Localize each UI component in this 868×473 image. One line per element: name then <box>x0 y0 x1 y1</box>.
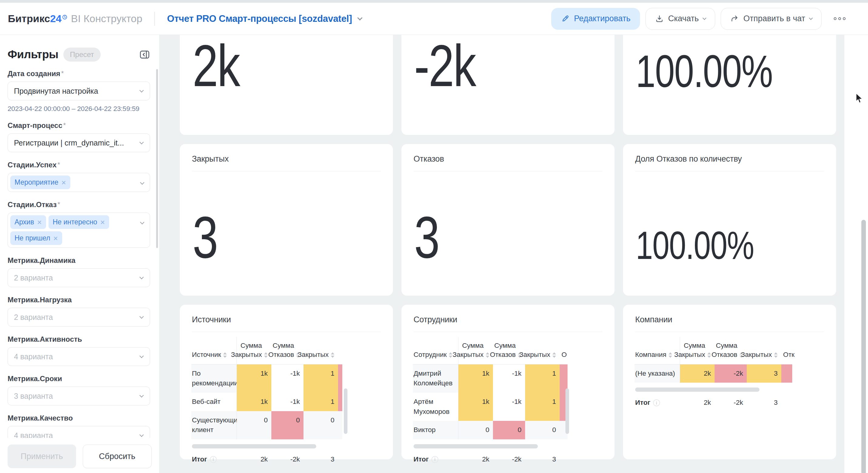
smart-process-select[interactable]: Регистрации | crm_dynamic_it... <box>7 133 150 152</box>
row-label: Артём Мухоморов <box>413 393 458 421</box>
filter-tag[interactable]: Мероприятие× <box>10 176 70 189</box>
table-cell: -1k <box>493 365 525 393</box>
stages-fail-select[interactable]: Архив× Не интересно× Не пришел× <box>7 213 150 248</box>
sort-icon <box>552 352 556 358</box>
kpi-value: 100.00% <box>636 229 754 262</box>
column-header-sum-closed[interactable]: Сумма Закрытых <box>458 337 493 365</box>
collapse-sidebar-button[interactable] <box>137 48 152 62</box>
metric-load-select[interactable]: 2 варианта <box>7 308 150 326</box>
metric-terms-select[interactable]: 3 варианта <box>7 387 150 405</box>
table-row: Веб-сайт 1k -1k 1 <box>191 393 381 411</box>
chevron-down-icon <box>140 140 144 144</box>
mouse-cursor-icon <box>855 93 864 104</box>
chevron-down-icon <box>357 15 362 20</box>
date-created-select[interactable]: Продвинутая настройка <box>7 82 150 100</box>
field-label: Смарт-процесс <box>7 121 62 129</box>
filter-tag[interactable]: Не пришел× <box>10 231 62 245</box>
filters-header: Фильтры Пресет <box>0 35 159 65</box>
column-header-source[interactable]: Источник <box>191 337 237 365</box>
chevron-down-icon <box>140 393 144 398</box>
filter-field-metric-quality: Метрика.Качество 4 варианта <box>7 414 150 438</box>
filter-field-smart-process: Смарт-процесс* Регистрации | crm_dynamic… <box>7 121 150 152</box>
table-horizontal-scrollbar[interactable] <box>635 387 825 392</box>
tag-remove-icon[interactable]: × <box>53 235 58 241</box>
table-cell: 0 <box>237 411 271 439</box>
chevron-down-icon <box>140 220 144 224</box>
report-title: Отчет PRO Смарт-процессы [sozdavatel] <box>167 13 352 24</box>
send-to-chat-button[interactable]: Отправить в чат <box>721 8 822 30</box>
total-cell: -2k <box>493 451 525 469</box>
table-header-row: Источник Сумма Закрытых Сумма Отказов За… <box>191 337 381 365</box>
total-cell: 2k <box>237 451 271 469</box>
column-header-partial: О <box>560 337 567 365</box>
metric-quality-select[interactable]: 4 варианта <box>7 426 150 438</box>
column-header-partial: Отк <box>781 337 792 365</box>
table-horizontal-scrollbar[interactable] <box>413 444 603 448</box>
dot-icon <box>834 17 836 20</box>
kpi-value: 3 <box>414 213 439 262</box>
required-marker: * <box>63 121 66 129</box>
filters-title: Фильтры <box>7 48 59 61</box>
table-cell: 2k <box>680 365 715 383</box>
table-row: По рекомендации 1k -1k 1 <box>191 365 381 393</box>
row-label: По рекомендации <box>191 365 237 393</box>
column-header-sum-closed[interactable]: Сумма Закрытых <box>237 337 271 365</box>
tag-remove-icon[interactable]: × <box>100 219 105 225</box>
kpi-row-mid: Закрытых 3 Отказов 3 Доля Отказов по кол… <box>180 144 868 296</box>
app-header: Битрикс24 BI Конструктор Отчет PRO Смарт… <box>0 3 868 35</box>
table-cell: 1 <box>525 365 560 393</box>
row-label: Дмитрий Коломейцев <box>413 365 458 393</box>
filter-tag[interactable]: Архив× <box>10 215 46 229</box>
apply-button[interactable]: Применить <box>7 444 76 468</box>
filter-tag[interactable]: Не интересно× <box>49 215 109 229</box>
dot-icon <box>843 17 845 20</box>
staff-card: Сотрудники Сотрудник Сумма Закрытых Сумм… <box>401 305 615 460</box>
sources-card: Источники Источник Сумма Закрытых Сумма … <box>180 305 393 460</box>
metric-dynamics-select[interactable]: 2 варианта <box>7 268 150 287</box>
report-title-dropdown[interactable]: Отчет PRO Смарт-процессы [sozdavatel] <box>167 13 362 24</box>
chevron-down-icon <box>140 354 144 358</box>
column-header-partial <box>338 337 342 365</box>
forward-arrow-icon <box>730 14 739 23</box>
column-header-closed[interactable]: Закрытых <box>304 337 338 365</box>
table-horizontal-scrollbar[interactable] <box>192 444 381 448</box>
column-header-closed[interactable]: Закрытых <box>747 337 781 365</box>
table-cell: 1k <box>458 365 493 393</box>
chevron-down-icon <box>703 16 706 20</box>
chevron-down-icon <box>140 275 144 279</box>
pencil-icon <box>561 14 570 23</box>
stages-success-select[interactable]: Мероприятие× <box>7 173 150 192</box>
sidebar-scrollbar[interactable] <box>156 69 158 248</box>
field-label: Метрика.Динамика <box>7 256 75 264</box>
table-row: (Не указана) 2k -2k 3 <box>634 365 825 383</box>
download-button[interactable]: Скачать <box>646 8 715 30</box>
total-label: Итог <box>413 454 429 465</box>
reset-button[interactable]: Сбросить <box>83 444 152 468</box>
logo-text: Битрикс <box>8 13 50 25</box>
table-vertical-scrollbar[interactable] <box>344 388 347 434</box>
table-cell: -2k <box>715 365 747 383</box>
kpi-card: -2k <box>401 35 615 135</box>
sources-table: Источник Сумма Закрытых Сумма Отказов За… <box>191 337 381 469</box>
table-vertical-scrollbar[interactable] <box>565 388 569 434</box>
table-header-row: Компания Сумма Закрытых Сумма Отказов За… <box>634 337 825 365</box>
sort-icon <box>331 352 334 358</box>
table-total-row: Итогi 2k -2k 3 <box>191 451 381 469</box>
table-header-row: Сотрудник Сумма Закрытых Сумма Отказов З… <box>413 337 603 365</box>
page-scrollbar-thumb[interactable] <box>861 220 866 473</box>
more-menu-button[interactable] <box>831 14 848 23</box>
card-title: Закрытых <box>192 154 381 164</box>
table-total-row: Итогi 2k -2k 3 <box>413 451 603 469</box>
filter-field-metric-load: Метрика.Нагрузка 2 варианта <box>7 296 150 326</box>
column-header-employee[interactable]: Сотрудник <box>413 337 458 365</box>
field-label: Метрика.Сроки <box>7 375 62 383</box>
column-header-sum-closed[interactable]: Сумма Закрытых <box>680 337 715 365</box>
tag-remove-icon[interactable]: × <box>62 180 66 186</box>
metric-activity-select[interactable]: 4 варианта <box>7 347 150 366</box>
edit-button[interactable]: Редактировать <box>551 8 640 30</box>
card-title: Источники <box>192 315 381 324</box>
column-header-closed[interactable]: Закрытых <box>525 337 560 365</box>
kpi-value: -2k <box>414 41 475 90</box>
column-header-company[interactable]: Компания <box>634 337 680 365</box>
tag-remove-icon[interactable]: × <box>37 219 41 225</box>
